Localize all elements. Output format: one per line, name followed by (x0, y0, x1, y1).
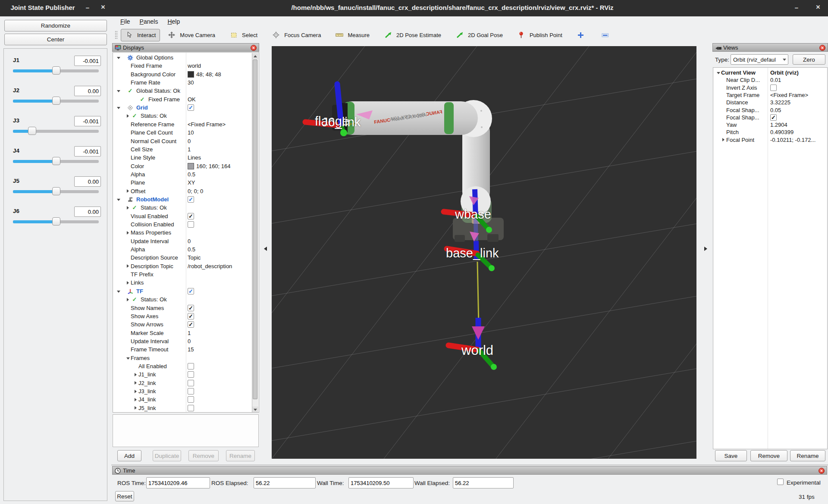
time-panel-header[interactable]: Time ✕ (112, 466, 827, 475)
tool-focus-camera-button[interactable]: Focus Camera (268, 29, 325, 41)
display-row[interactable]: ✓Fixed FrameOK (113, 95, 252, 103)
display-row[interactable]: Alpha0.5 (113, 170, 252, 178)
joint-value-field[interactable] (74, 56, 101, 66)
display-row[interactable]: Frames (113, 354, 252, 362)
menu-file[interactable]: File (116, 16, 135, 27)
slider-handle[interactable] (52, 66, 60, 75)
toolbar-drag-handle[interactable] (115, 31, 118, 39)
expand-arrow-icon[interactable] (116, 56, 121, 59)
tool-2d-goal-pose-button[interactable]: 2D Goal Pose (452, 29, 507, 41)
display-row[interactable]: Links (113, 279, 252, 287)
joint-value-field[interactable] (74, 207, 101, 217)
checkbox[interactable]: ✓ (188, 213, 194, 219)
close-time-icon[interactable]: ✕ (819, 468, 825, 474)
scrollbar-thumb[interactable] (253, 59, 257, 399)
expand-arrow-icon[interactable] (116, 198, 121, 201)
center-button[interactable]: Center (4, 34, 107, 45)
expand-arrow-icon[interactable] (125, 357, 131, 360)
scroll-up-icon[interactable] (252, 53, 258, 59)
expand-arrow-icon[interactable] (125, 114, 131, 118)
display-row[interactable]: Update Interval0 (113, 237, 252, 245)
checkbox[interactable]: ✓ (770, 114, 777, 121)
display-row[interactable]: J2_link (113, 379, 252, 387)
display-row[interactable]: Mass Properties (113, 229, 252, 237)
zero-button[interactable]: Zero (793, 54, 825, 65)
displays-scrollbar[interactable] (252, 53, 258, 413)
display-row[interactable]: Global Options (113, 53, 252, 62)
checkbox[interactable] (188, 221, 194, 228)
checkbox[interactable] (770, 85, 777, 91)
time-field-input[interactable] (453, 477, 514, 488)
views-row[interactable]: Focal Shap...0.05 (713, 106, 827, 114)
expand-arrow-icon[interactable] (116, 290, 121, 293)
joint-slider[interactable] (13, 100, 99, 103)
add-button[interactable]: Add (117, 450, 141, 461)
tool-interact-button[interactable]: Interact (121, 29, 160, 41)
tool-measure-button[interactable]: Measure (331, 29, 374, 41)
display-row[interactable]: Show Arrows✓ (113, 320, 252, 329)
display-row[interactable]: ✓Status: Ok (113, 112, 252, 120)
checkbox[interactable] (188, 405, 194, 411)
expand-arrow-icon[interactable] (133, 381, 138, 385)
views-row[interactable]: Target Frame<Fixed Frame> (713, 91, 827, 99)
display-row[interactable]: Description Topic/robot_description (113, 262, 252, 270)
expand-arrow-icon[interactable] (125, 206, 131, 210)
expand-arrow-icon[interactable] (116, 89, 121, 92)
joint-value-field[interactable] (74, 86, 101, 96)
time-field-input[interactable] (348, 477, 414, 488)
display-row[interactable]: Normal Cell Count0 (113, 137, 252, 145)
joint-slider[interactable] (13, 190, 99, 193)
expand-arrow-icon[interactable] (116, 106, 121, 109)
minimize-icon[interactable]: – (792, 4, 801, 11)
checkbox[interactable]: ✓ (188, 305, 194, 311)
slider-handle[interactable] (52, 217, 60, 225)
views-row[interactable]: Invert Z Axis (713, 84, 827, 91)
tool-2d-pose-estimate-button[interactable]: 2D Pose Estimate (380, 29, 445, 41)
views-row[interactable]: Near Clip D...0.01 (713, 76, 827, 84)
joint-slider[interactable] (13, 160, 99, 163)
checkbox[interactable]: ✓ (188, 104, 194, 111)
display-row[interactable]: J1_link (113, 370, 252, 379)
close-icon[interactable]: ✕ (98, 4, 108, 10)
displays-panel-header[interactable]: Displays ✕ (112, 43, 259, 52)
display-row[interactable]: Alpha0.5 (113, 245, 252, 254)
checkbox[interactable]: ✓ (188, 321, 194, 328)
joint-value-field[interactable] (74, 146, 101, 157)
display-row[interactable]: TF Prefix (113, 270, 252, 279)
views-panel-header[interactable]: Views ✕ (712, 43, 828, 52)
checkbox[interactable] (188, 371, 194, 378)
time-field-input[interactable] (146, 477, 210, 488)
display-row[interactable]: Background Color48; 48; 48 (113, 70, 252, 78)
expand-arrow-icon[interactable] (125, 189, 131, 193)
views-row[interactable]: Focal Point-0.10211; -0.172... (713, 136, 827, 144)
tool-move-camera-button[interactable]: Move Camera (163, 29, 220, 41)
randomize-button[interactable]: Randomize (4, 20, 107, 31)
tool-select-button[interactable]: Select (226, 29, 262, 41)
checkbox[interactable] (188, 388, 194, 394)
views-row[interactable]: Distance3.32225 (713, 99, 827, 106)
display-row[interactable]: Marker Scale1 (113, 329, 252, 337)
close-displays-icon[interactable]: ✕ (251, 45, 257, 51)
checkbox[interactable]: ✓ (188, 313, 194, 319)
display-row[interactable]: All Enabled (113, 362, 252, 370)
rviz-titlebar[interactable]: /home/nbb/ws_fanuc/install/fanuc_crx_des… (111, 0, 828, 16)
close-views-icon[interactable]: ✕ (819, 45, 825, 51)
joint-value-field[interactable] (74, 116, 101, 126)
menu-panels[interactable]: Panels (135, 16, 163, 27)
display-row[interactable]: Update Interval0 (113, 337, 252, 345)
remove-button[interactable]: Remove (750, 450, 787, 461)
display-row[interactable]: PlaneXY (113, 178, 252, 187)
checkbox[interactable] (188, 363, 194, 369)
expand-arrow-icon[interactable] (125, 281, 131, 285)
checkbox[interactable]: ✓ (188, 196, 194, 203)
display-row[interactable]: Visual Enabled✓ (113, 212, 252, 220)
display-row[interactable]: Offset0; 0; 0 (113, 187, 252, 195)
minimize-icon[interactable]: – (83, 4, 92, 11)
display-row[interactable]: Plane Cell Count10 (113, 128, 252, 137)
scroll-down-icon[interactable] (252, 407, 258, 413)
tool-remove-tool-button[interactable] (597, 29, 616, 41)
display-row[interactable]: Show Axes✓ (113, 312, 252, 320)
experimental-checkbox[interactable] (777, 479, 784, 485)
display-row[interactable]: Reference Frame<Fixed Frame> (113, 120, 252, 128)
tool-add-tool-button[interactable] (573, 29, 591, 41)
